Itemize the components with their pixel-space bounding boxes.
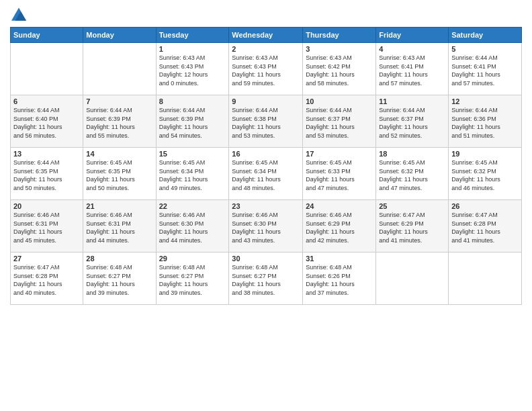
day-number: 20: [13, 202, 80, 210]
day-number: 6: [13, 97, 80, 105]
calendar-week-4: 20Sunrise: 6:46 AM Sunset: 6:31 PM Dayli…: [11, 200, 522, 253]
calendar-cell: 14Sunrise: 6:45 AM Sunset: 6:35 PM Dayli…: [83, 148, 156, 200]
calendar-cell: 29Sunrise: 6:48 AM Sunset: 6:27 PM Dayli…: [156, 253, 229, 305]
day-number: 24: [306, 202, 373, 210]
day-info: Sunrise: 6:45 AM Sunset: 6:34 PM Dayligh…: [232, 158, 300, 192]
day-number: 21: [86, 202, 152, 210]
header: [10, 7, 522, 21]
day-info: Sunrise: 6:45 AM Sunset: 6:32 PM Dayligh…: [451, 158, 519, 192]
calendar-week-1: 1Sunrise: 6:43 AM Sunset: 6:43 PM Daylig…: [11, 43, 522, 95]
day-number: 25: [379, 202, 445, 210]
day-header-tuesday: Tuesday: [156, 28, 229, 43]
calendar-container: SundayMondayTuesdayWednesdayThursdayFrid…: [0, 0, 532, 411]
day-number: 14: [86, 150, 152, 158]
calendar-cell: 10Sunrise: 6:44 AM Sunset: 6:37 PM Dayli…: [303, 95, 376, 148]
day-number: 5: [451, 45, 519, 53]
logo: [10, 7, 26, 21]
calendar-cell: 24Sunrise: 6:46 AM Sunset: 6:29 PM Dayli…: [303, 200, 376, 253]
day-number: 15: [159, 150, 226, 158]
day-number: 12: [451, 97, 519, 105]
calendar-cell: 2Sunrise: 6:43 AM Sunset: 6:43 PM Daylig…: [229, 43, 303, 95]
calendar-cell: 28Sunrise: 6:48 AM Sunset: 6:27 PM Dayli…: [83, 253, 156, 305]
calendar-cell: 19Sunrise: 6:45 AM Sunset: 6:32 PM Dayli…: [449, 148, 522, 200]
day-number: 8: [159, 97, 226, 105]
day-info: Sunrise: 6:43 AM Sunset: 6:43 PM Dayligh…: [159, 54, 226, 87]
day-number: 22: [159, 202, 226, 210]
day-info: Sunrise: 6:45 AM Sunset: 6:35 PM Dayligh…: [86, 158, 152, 192]
calendar-cell: [449, 253, 522, 305]
day-info: Sunrise: 6:44 AM Sunset: 6:35 PM Dayligh…: [13, 158, 80, 192]
calendar-cell: 15Sunrise: 6:45 AM Sunset: 6:34 PM Dayli…: [156, 148, 229, 200]
calendar-cell: 22Sunrise: 6:46 AM Sunset: 6:30 PM Dayli…: [156, 200, 229, 253]
day-info: Sunrise: 6:46 AM Sunset: 6:30 PM Dayligh…: [232, 211, 300, 244]
day-info: Sunrise: 6:43 AM Sunset: 6:42 PM Dayligh…: [306, 54, 373, 87]
calendar-cell: 31Sunrise: 6:48 AM Sunset: 6:26 PM Dayli…: [303, 253, 376, 305]
day-header-friday: Friday: [376, 28, 449, 43]
logo-icon: [11, 7, 26, 21]
calendar-cell: 5Sunrise: 6:44 AM Sunset: 6:41 PM Daylig…: [449, 43, 522, 95]
day-header-monday: Monday: [83, 28, 156, 43]
day-header-thursday: Thursday: [303, 28, 376, 43]
calendar-cell: 25Sunrise: 6:47 AM Sunset: 6:29 PM Dayli…: [376, 200, 449, 253]
calendar-cell: 1Sunrise: 6:43 AM Sunset: 6:43 PM Daylig…: [156, 43, 229, 95]
day-info: Sunrise: 6:47 AM Sunset: 6:28 PM Dayligh…: [451, 211, 519, 244]
day-info: Sunrise: 6:44 AM Sunset: 6:37 PM Dayligh…: [306, 106, 373, 140]
day-info: Sunrise: 6:44 AM Sunset: 6:38 PM Dayligh…: [232, 106, 300, 140]
calendar-cell: [376, 253, 449, 305]
calendar-cell: 7Sunrise: 6:44 AM Sunset: 6:39 PM Daylig…: [83, 95, 156, 148]
calendar-cell: 17Sunrise: 6:45 AM Sunset: 6:33 PM Dayli…: [303, 148, 376, 200]
day-info: Sunrise: 6:46 AM Sunset: 6:29 PM Dayligh…: [306, 211, 373, 244]
day-info: Sunrise: 6:46 AM Sunset: 6:31 PM Dayligh…: [86, 211, 152, 244]
day-info: Sunrise: 6:44 AM Sunset: 6:40 PM Dayligh…: [13, 106, 80, 140]
day-number: 19: [451, 150, 519, 158]
calendar-cell: 23Sunrise: 6:46 AM Sunset: 6:30 PM Dayli…: [229, 200, 303, 253]
calendar-cell: 20Sunrise: 6:46 AM Sunset: 6:31 PM Dayli…: [11, 200, 83, 253]
day-info: Sunrise: 6:43 AM Sunset: 6:43 PM Dayligh…: [232, 54, 300, 87]
day-number: 4: [379, 45, 445, 53]
day-number: 16: [232, 150, 300, 158]
day-number: 30: [232, 255, 300, 263]
calendar-week-2: 6Sunrise: 6:44 AM Sunset: 6:40 PM Daylig…: [11, 95, 522, 148]
calendar-cell: 16Sunrise: 6:45 AM Sunset: 6:34 PM Dayli…: [229, 148, 303, 200]
day-header-sunday: Sunday: [11, 28, 83, 43]
day-number: 1: [159, 45, 226, 53]
calendar-cell: 12Sunrise: 6:44 AM Sunset: 6:36 PM Dayli…: [449, 95, 522, 148]
day-number: 27: [13, 255, 80, 263]
calendar-cell: 13Sunrise: 6:44 AM Sunset: 6:35 PM Dayli…: [11, 148, 83, 200]
day-number: 23: [232, 202, 300, 210]
calendar-cell: 9Sunrise: 6:44 AM Sunset: 6:38 PM Daylig…: [229, 95, 303, 148]
day-number: 11: [379, 97, 445, 105]
day-number: 18: [379, 150, 445, 158]
calendar-week-5: 27Sunrise: 6:47 AM Sunset: 6:28 PM Dayli…: [11, 253, 522, 305]
day-number: 7: [86, 97, 152, 105]
calendar-header-row: SundayMondayTuesdayWednesdayThursdayFrid…: [11, 28, 522, 43]
day-info: Sunrise: 6:48 AM Sunset: 6:26 PM Dayligh…: [306, 263, 373, 297]
day-info: Sunrise: 6:44 AM Sunset: 6:39 PM Dayligh…: [86, 106, 152, 140]
day-info: Sunrise: 6:48 AM Sunset: 6:27 PM Dayligh…: [86, 263, 152, 297]
day-header-saturday: Saturday: [449, 28, 522, 43]
day-info: Sunrise: 6:47 AM Sunset: 6:29 PM Dayligh…: [379, 211, 445, 244]
calendar-cell: 27Sunrise: 6:47 AM Sunset: 6:28 PM Dayli…: [11, 253, 83, 305]
calendar-cell: 30Sunrise: 6:48 AM Sunset: 6:27 PM Dayli…: [229, 253, 303, 305]
day-info: Sunrise: 6:44 AM Sunset: 6:41 PM Dayligh…: [451, 54, 519, 87]
day-number: 2: [232, 45, 300, 53]
day-info: Sunrise: 6:44 AM Sunset: 6:37 PM Dayligh…: [379, 106, 445, 140]
day-number: 17: [306, 150, 373, 158]
day-number: 26: [451, 202, 519, 210]
day-info: Sunrise: 6:48 AM Sunset: 6:27 PM Dayligh…: [159, 263, 226, 297]
calendar-cell: 6Sunrise: 6:44 AM Sunset: 6:40 PM Daylig…: [11, 95, 83, 148]
day-info: Sunrise: 6:46 AM Sunset: 6:30 PM Dayligh…: [159, 211, 226, 244]
day-number: 9: [232, 97, 300, 105]
day-info: Sunrise: 6:48 AM Sunset: 6:27 PM Dayligh…: [232, 263, 300, 297]
day-number: 13: [13, 150, 80, 158]
day-info: Sunrise: 6:44 AM Sunset: 6:39 PM Dayligh…: [159, 106, 226, 140]
calendar-cell: [83, 43, 156, 95]
day-number: 31: [306, 255, 373, 263]
day-info: Sunrise: 6:45 AM Sunset: 6:32 PM Dayligh…: [379, 158, 445, 192]
calendar-cell: 8Sunrise: 6:44 AM Sunset: 6:39 PM Daylig…: [156, 95, 229, 148]
calendar-cell: [11, 43, 83, 95]
day-header-wednesday: Wednesday: [229, 28, 303, 43]
day-number: 3: [306, 45, 373, 53]
calendar-week-3: 13Sunrise: 6:44 AM Sunset: 6:35 PM Dayli…: [11, 148, 522, 200]
calendar-cell: 11Sunrise: 6:44 AM Sunset: 6:37 PM Dayli…: [376, 95, 449, 148]
